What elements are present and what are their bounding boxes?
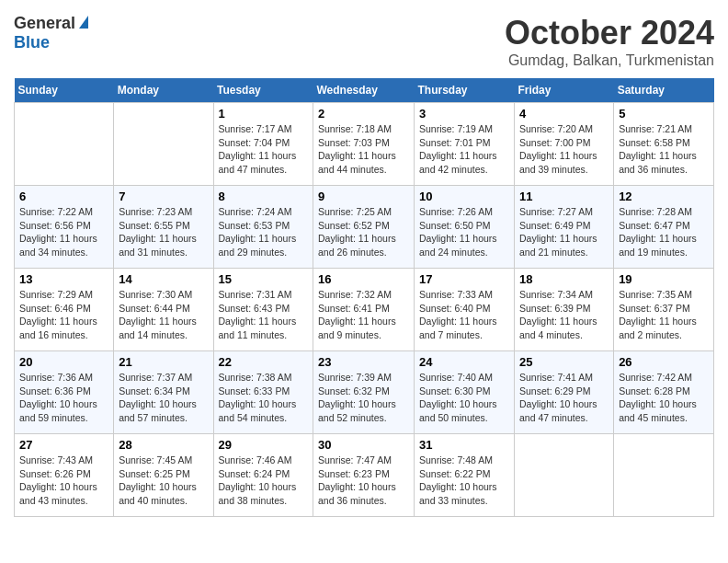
day-info: Sunrise: 7:48 AMSunset: 6:22 PMDaylight:…: [419, 454, 509, 508]
calendar-cell: 17Sunrise: 7:33 AMSunset: 6:40 PMDayligh…: [414, 269, 514, 351]
calendar-cell: 13Sunrise: 7:29 AMSunset: 6:46 PMDayligh…: [15, 269, 114, 351]
calendar-cell: 31Sunrise: 7:48 AMSunset: 6:22 PMDayligh…: [414, 434, 514, 517]
day-number: 21: [119, 355, 208, 369]
weekday-header-friday: Friday: [514, 78, 613, 103]
day-info: Sunrise: 7:42 AMSunset: 6:28 PMDaylight:…: [619, 371, 709, 425]
day-info: Sunrise: 7:46 AMSunset: 6:24 PMDaylight:…: [219, 454, 309, 508]
calendar-cell: [114, 103, 213, 186]
day-number: 29: [219, 438, 309, 452]
day-number: 24: [419, 355, 509, 369]
day-info: Sunrise: 7:31 AMSunset: 6:43 PMDaylight:…: [219, 288, 309, 342]
weekday-header-sunday: Sunday: [15, 78, 114, 103]
logo-general-text: General: [14, 14, 75, 33]
day-info: Sunrise: 7:23 AMSunset: 6:55 PMDaylight:…: [119, 205, 208, 259]
week-row-2: 6Sunrise: 7:22 AMSunset: 6:56 PMDaylight…: [15, 186, 714, 269]
day-number: 27: [19, 438, 108, 452]
day-info: Sunrise: 7:34 AMSunset: 6:39 PMDaylight:…: [519, 288, 609, 342]
day-info: Sunrise: 7:25 AMSunset: 6:52 PMDaylight:…: [318, 205, 409, 259]
day-info: Sunrise: 7:38 AMSunset: 6:33 PMDaylight:…: [219, 371, 309, 425]
calendar-cell: 8Sunrise: 7:24 AMSunset: 6:53 PMDaylight…: [213, 186, 313, 269]
day-info: Sunrise: 7:32 AMSunset: 6:41 PMDaylight:…: [318, 288, 409, 342]
day-number: 18: [519, 272, 609, 286]
calendar-cell: 26Sunrise: 7:42 AMSunset: 6:28 PMDayligh…: [614, 351, 714, 434]
calendar-cell: 6Sunrise: 7:22 AMSunset: 6:56 PMDaylight…: [15, 186, 114, 269]
calendar-cell: 3Sunrise: 7:19 AMSunset: 7:01 PMDaylight…: [414, 103, 514, 186]
weekday-header-monday: Monday: [114, 78, 213, 103]
weekday-header-wednesday: Wednesday: [313, 78, 415, 103]
weekday-header-saturday: Saturday: [614, 78, 714, 103]
day-number: 12: [619, 190, 709, 203]
calendar-cell: [514, 434, 613, 517]
calendar-cell: 20Sunrise: 7:36 AMSunset: 6:36 PMDayligh…: [15, 351, 114, 434]
calendar-cell: 16Sunrise: 7:32 AMSunset: 6:41 PMDayligh…: [313, 269, 415, 351]
day-number: 20: [19, 355, 108, 369]
day-number: 10: [419, 190, 509, 203]
calendar-cell: 25Sunrise: 7:41 AMSunset: 6:29 PMDayligh…: [514, 351, 613, 434]
day-info: Sunrise: 7:30 AMSunset: 6:44 PMDaylight:…: [119, 288, 208, 342]
calendar-cell: 9Sunrise: 7:25 AMSunset: 6:52 PMDaylight…: [313, 186, 415, 269]
logo: General Blue: [14, 14, 88, 52]
day-info: Sunrise: 7:33 AMSunset: 6:40 PMDaylight:…: [419, 288, 509, 342]
calendar-cell: 1Sunrise: 7:17 AMSunset: 7:04 PMDaylight…: [213, 103, 313, 186]
day-number: 3: [419, 107, 509, 121]
calendar-cell: 29Sunrise: 7:46 AMSunset: 6:24 PMDayligh…: [213, 434, 313, 517]
calendar-cell: 4Sunrise: 7:20 AMSunset: 7:00 PMDaylight…: [514, 103, 613, 186]
day-info: Sunrise: 7:19 AMSunset: 7:01 PMDaylight:…: [419, 122, 509, 177]
day-info: Sunrise: 7:28 AMSunset: 6:47 PMDaylight:…: [619, 205, 709, 259]
day-info: Sunrise: 7:36 AMSunset: 6:36 PMDaylight:…: [19, 371, 108, 425]
calendar-cell: 22Sunrise: 7:38 AMSunset: 6:33 PMDayligh…: [213, 351, 313, 434]
day-number: 8: [219, 190, 309, 203]
calendar-cell: 5Sunrise: 7:21 AMSunset: 6:58 PMDaylight…: [614, 103, 714, 186]
day-number: 17: [419, 272, 509, 286]
day-number: 14: [119, 272, 208, 286]
calendar-table: SundayMondayTuesdayWednesdayThursdayFrid…: [14, 78, 714, 517]
day-info: Sunrise: 7:39 AMSunset: 6:32 PMDaylight:…: [318, 371, 409, 425]
day-number: 9: [318, 190, 409, 203]
month-title: October 2024: [505, 14, 714, 52]
day-info: Sunrise: 7:27 AMSunset: 6:49 PMDaylight:…: [519, 205, 609, 259]
title-section: October 2024 Gumdag, Balkan, Turkmenista…: [505, 14, 714, 69]
week-row-1: 1Sunrise: 7:17 AMSunset: 7:04 PMDaylight…: [15, 103, 714, 186]
day-number: 22: [219, 355, 309, 369]
calendar-cell: 11Sunrise: 7:27 AMSunset: 6:49 PMDayligh…: [514, 186, 613, 269]
day-number: 25: [519, 355, 609, 369]
day-info: Sunrise: 7:35 AMSunset: 6:37 PMDaylight:…: [619, 288, 709, 342]
day-info: Sunrise: 7:47 AMSunset: 6:23 PMDaylight:…: [318, 454, 409, 508]
day-info: Sunrise: 7:26 AMSunset: 6:50 PMDaylight:…: [419, 205, 509, 259]
day-info: Sunrise: 7:45 AMSunset: 6:25 PMDaylight:…: [119, 454, 208, 508]
page-header: General Blue October 2024 Gumdag, Balkan…: [14, 14, 714, 69]
day-number: 28: [119, 438, 208, 452]
calendar-cell: [15, 103, 114, 186]
calendar-cell: 15Sunrise: 7:31 AMSunset: 6:43 PMDayligh…: [213, 269, 313, 351]
logo-triangle-icon: [79, 16, 88, 29]
calendar-cell: 18Sunrise: 7:34 AMSunset: 6:39 PMDayligh…: [514, 269, 613, 351]
logo-blue-text: Blue: [14, 33, 50, 52]
day-info: Sunrise: 7:37 AMSunset: 6:34 PMDaylight:…: [119, 371, 208, 425]
calendar-cell: 28Sunrise: 7:45 AMSunset: 6:25 PMDayligh…: [114, 434, 213, 517]
week-row-4: 20Sunrise: 7:36 AMSunset: 6:36 PMDayligh…: [15, 351, 714, 434]
day-number: 11: [519, 190, 609, 203]
location-title: Gumdag, Balkan, Turkmenistan: [505, 52, 714, 69]
calendar-cell: 19Sunrise: 7:35 AMSunset: 6:37 PMDayligh…: [614, 269, 714, 351]
day-info: Sunrise: 7:20 AMSunset: 7:00 PMDaylight:…: [519, 122, 609, 177]
day-info: Sunrise: 7:24 AMSunset: 6:53 PMDaylight:…: [219, 205, 309, 259]
day-number: 4: [519, 107, 609, 121]
weekday-header-tuesday: Tuesday: [213, 78, 313, 103]
day-number: 26: [619, 355, 709, 369]
day-info: Sunrise: 7:40 AMSunset: 6:30 PMDaylight:…: [419, 371, 509, 425]
calendar-cell: 14Sunrise: 7:30 AMSunset: 6:44 PMDayligh…: [114, 269, 213, 351]
day-number: 15: [219, 272, 309, 286]
day-number: 1: [219, 107, 309, 121]
day-number: 31: [419, 438, 509, 452]
day-number: 7: [119, 190, 208, 203]
day-number: 2: [318, 107, 409, 121]
calendar-cell: 2Sunrise: 7:18 AMSunset: 7:03 PMDaylight…: [313, 103, 415, 186]
day-info: Sunrise: 7:41 AMSunset: 6:29 PMDaylight:…: [519, 371, 609, 425]
weekday-header-thursday: Thursday: [414, 78, 514, 103]
day-number: 13: [19, 272, 108, 286]
day-number: 5: [619, 107, 709, 121]
day-number: 23: [318, 355, 409, 369]
day-number: 6: [19, 190, 108, 203]
calendar-cell: 12Sunrise: 7:28 AMSunset: 6:47 PMDayligh…: [614, 186, 714, 269]
calendar-cell: 7Sunrise: 7:23 AMSunset: 6:55 PMDaylight…: [114, 186, 213, 269]
